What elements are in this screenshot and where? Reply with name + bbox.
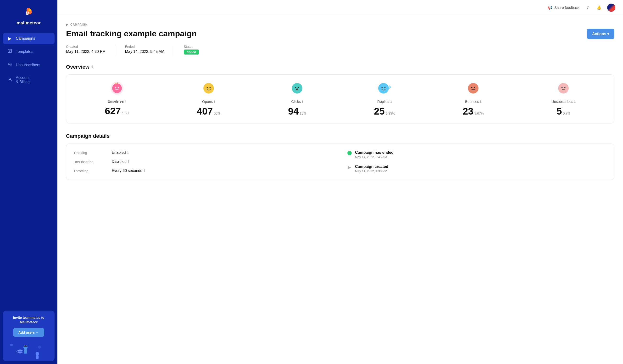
throttling-key: Throttling xyxy=(73,169,105,173)
emails-sent-sub: / 627 xyxy=(122,111,129,115)
unsubscribers-icon xyxy=(7,62,12,68)
opens-emoji xyxy=(202,82,215,96)
notifications-button[interactable]: 🔔 xyxy=(596,4,602,11)
svg-point-9 xyxy=(9,63,10,64)
invite-illustration xyxy=(7,340,50,361)
overview-info-icon[interactable]: ℹ xyxy=(91,65,93,69)
svg-point-39 xyxy=(558,83,569,93)
account-icon xyxy=(7,77,12,83)
svg-point-15 xyxy=(38,345,41,349)
replied-number: 25 xyxy=(374,107,385,116)
opens-icon xyxy=(202,82,215,95)
clicks-icon xyxy=(291,82,304,95)
unsubscribes-value: 5 0.7% xyxy=(556,107,570,116)
bounces-info-icon[interactable]: ℹ xyxy=(480,99,481,104)
sidebar-logo: M mailmeteor xyxy=(0,0,57,30)
details-section-title: Campaign details xyxy=(66,133,614,139)
status-meta: Status ended xyxy=(184,45,199,56)
sidebar-item-campaigns[interactable]: ▶ Campaigns xyxy=(3,33,55,44)
sidebar-item-templates[interactable]: Templates xyxy=(3,46,55,57)
svg-point-30 xyxy=(298,87,299,88)
user-avatar[interactable] xyxy=(607,4,615,12)
details-label: Campaign details xyxy=(66,133,110,139)
sidebar: M mailmeteor ▶ Campaigns Templates Unsub… xyxy=(0,0,57,364)
details-card: Tracking Enabled ℹ Unsubscribe Disabled … xyxy=(66,144,614,180)
content-area: ▶ CAMPAIGN Email tracking example campai… xyxy=(57,15,623,364)
svg-point-32 xyxy=(378,83,389,93)
clicks-info-icon[interactable]: ℹ xyxy=(302,99,303,104)
svg-point-26 xyxy=(207,87,208,88)
unsubscribes-number: 5 xyxy=(556,107,562,116)
invite-card: Invite teammates to Mailmeteor Add users… xyxy=(3,311,55,361)
campaigns-icon: ▶ xyxy=(7,36,12,41)
emails-sent-emoji xyxy=(111,82,123,96)
unsubscribes-emoji xyxy=(557,82,570,96)
bounces-label: Bounces ℹ xyxy=(465,99,481,104)
details-left: Tracking Enabled ℹ Unsubscribe Disabled … xyxy=(73,150,333,173)
svg-point-24 xyxy=(118,87,119,88)
meta-divider-1 xyxy=(115,45,115,56)
created-label: Created xyxy=(66,45,106,48)
replied-pct: 3.99% xyxy=(386,111,395,115)
campaigns-label: Campaigns xyxy=(16,36,35,41)
svg-point-27 xyxy=(210,87,211,88)
svg-point-23 xyxy=(115,87,116,88)
tracking-info-icon[interactable]: ℹ xyxy=(127,150,129,155)
opens-info-icon[interactable]: ℹ xyxy=(214,99,215,104)
svg-text:M: M xyxy=(26,11,29,16)
stat-emails-sent: Emails sent 627 / 627 xyxy=(105,82,129,116)
emails-sent-icon xyxy=(111,82,123,95)
svg-point-13 xyxy=(10,344,13,346)
throttling-info-icon[interactable]: ℹ xyxy=(144,169,145,173)
unsubscribe-value: Disabled ℹ xyxy=(112,160,130,164)
svg-point-34 xyxy=(384,87,386,88)
unsubscribers-label: Unsubscribers xyxy=(16,63,40,67)
svg-point-37 xyxy=(474,87,475,88)
opens-label: Opens ℹ xyxy=(202,99,215,104)
timeline-info-created: Campaign created May 11, 2022, 4:30 PM xyxy=(355,165,388,173)
add-users-button[interactable]: Add users → xyxy=(13,328,44,337)
clicks-label: Clicks ℹ xyxy=(291,99,303,104)
bounces-icon xyxy=(467,82,480,95)
timeline-dot-arrow: ▶ xyxy=(347,165,352,169)
actions-button[interactable]: Actions ▾ xyxy=(587,29,614,39)
details-right: Campaign has ended May 14, 2022, 9:45 AM… xyxy=(347,150,607,173)
megaphone-icon: 📢 xyxy=(548,5,553,10)
svg-point-31 xyxy=(296,88,298,90)
svg-point-29 xyxy=(295,87,296,88)
header: 📢 Share feedback ? 🔔 xyxy=(57,0,623,15)
unsubscribe-row: Unsubscribe Disabled ℹ xyxy=(73,160,333,164)
replied-emoji xyxy=(378,82,391,96)
unsubscribes-label: Unsubscribes ℹ xyxy=(552,99,576,104)
emails-sent-number: 627 xyxy=(105,106,121,116)
timeline-date-created: May 11, 2022, 4:30 PM xyxy=(355,169,388,173)
unsubscribe-info-icon[interactable]: ℹ xyxy=(128,160,130,164)
timeline-item-ended: Campaign has ended May 14, 2022, 9:45 AM xyxy=(347,150,607,159)
clicks-pct: 15% xyxy=(300,111,307,115)
overview-label: Overview xyxy=(66,64,89,70)
opens-pct: 65% xyxy=(214,111,221,115)
templates-icon xyxy=(7,49,12,54)
status-badge: ended xyxy=(184,49,199,55)
sidebar-item-unsubscribers[interactable]: Unsubscribers xyxy=(3,59,55,71)
ended-label: Ended xyxy=(125,45,164,48)
svg-point-35 xyxy=(468,83,478,93)
svg-point-41 xyxy=(564,87,566,88)
unsubscribes-info-icon[interactable]: ℹ xyxy=(574,99,576,104)
stat-replied: Replied ℹ 25 3.99% xyxy=(374,82,395,116)
share-feedback-label: Share feedback xyxy=(554,5,579,10)
app-name: mailmeteor xyxy=(17,21,41,26)
stat-unsubscribes: Unsubscribes ℹ 5 0.7% xyxy=(552,82,576,116)
help-icon: ? xyxy=(587,5,589,10)
breadcrumb-arrow-icon: ▶ xyxy=(66,23,68,26)
timeline-title-ended: Campaign has ended xyxy=(355,150,394,155)
help-button[interactable]: ? xyxy=(584,4,591,11)
share-feedback-button[interactable]: 📢 Share feedback xyxy=(548,5,579,10)
svg-point-3 xyxy=(28,9,31,11)
sidebar-item-account-billing[interactable]: Account& Billing xyxy=(3,72,55,87)
replied-info-icon[interactable]: ℹ xyxy=(390,99,392,104)
svg-rect-17 xyxy=(24,349,27,354)
breadcrumb: ▶ CAMPAIGN xyxy=(66,23,614,26)
timeline-dot-green xyxy=(347,151,352,155)
timeline-info-ended: Campaign has ended May 14, 2022, 9:45 AM xyxy=(355,150,394,159)
